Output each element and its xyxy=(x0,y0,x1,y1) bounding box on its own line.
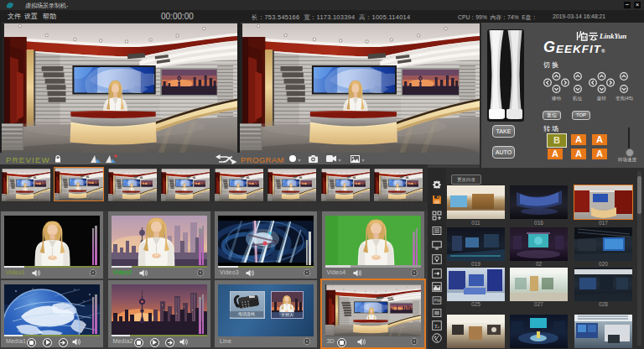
svg-text:Ta: Ta xyxy=(434,323,439,330)
svg-text:PW: PW xyxy=(434,299,441,303)
